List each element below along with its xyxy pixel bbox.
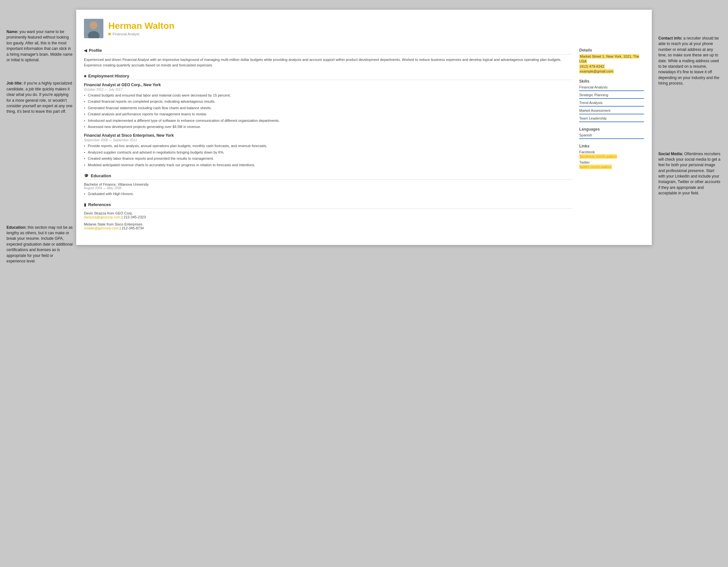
resume-card: Herman Walton Financial Analyst ◀ Profil… [76, 10, 652, 245]
contact-annotation: Contact info: a recruiter should be able… [658, 36, 722, 87]
candidate-title: Financial Analyst [108, 32, 644, 36]
name-annotation: Name: you want your name to be prominent… [6, 29, 73, 63]
ref-name-2: Melanie Slate from Sisco Enterprises [84, 222, 573, 226]
education-annotation-text: this section may not be as lengthy as ot… [6, 225, 73, 264]
ref-contact-2: mslate@geocorp.com | 212-345-8734 [84, 226, 573, 230]
reference-2: Melanie Slate from Sisco Enterprises msl… [84, 222, 573, 230]
bullet-1-4: Created analysis and perfomance reports … [84, 112, 573, 117]
skills-heading: Skills [579, 79, 644, 84]
job-entry-2: Financial Analyst at Sisco Enterprises, … [84, 133, 573, 168]
resume-main-column: ◀ Profile Experienced and driven Financi… [84, 48, 573, 236]
skills-section: Skills Financial Analysis Strategic Plan… [579, 79, 644, 122]
profile-heading: ◀ Profile [84, 48, 573, 54]
bullet-1-1: Created budgets and ensured that labor a… [84, 93, 573, 98]
title-dot-icon [108, 33, 111, 35]
job-bullets-2: Provide reports, ad-hoc analysis, annual… [84, 144, 573, 168]
references-section: ▮ References Devin Strazza from GEO Corp… [84, 202, 573, 230]
job-title-1: Financial Analyst at GEO Corp., New York [84, 83, 573, 87]
ref-email-1[interactable]: dsrazza@geocorp.com [84, 215, 121, 219]
education-icon: 🎓 [84, 173, 89, 178]
page-container: Name: you want your name to be prominent… [6, 10, 722, 557]
ref-contact-1: dsrazza@geocorp.com | 212-345-2323 [84, 215, 573, 219]
skill-4: Market Assessment [579, 109, 644, 114]
language-1: Spanish [579, 133, 644, 139]
name-annotation-text: you want your name to be prominently fea… [6, 30, 73, 62]
ref-email-2[interactable]: mslate@geocorp.com [84, 226, 119, 230]
references-heading: ▮ References [84, 202, 573, 209]
edu-bullets-1: Graduated with High Honors. [84, 192, 573, 196]
jobtitle-annotation-text: if you're a highly specialized candidate… [6, 81, 72, 114]
job-entry-1: Financial Analyst at GEO Corp., New York… [84, 83, 573, 129]
job-period-2: September 2008 — September 2012 [84, 138, 573, 142]
bullet-1-6: Assessed new development projects genera… [84, 124, 573, 129]
social-annotation-label: Social Media: [658, 152, 683, 156]
education-section: 🎓 Education Bachelor of Finance, Villano… [84, 173, 573, 196]
employment-icon: ■ [84, 74, 86, 78]
bullet-2-1: Provide reports, ad-hoc analysis, annual… [84, 144, 573, 148]
bullet-1-2: Created financial reports on completed p… [84, 99, 573, 104]
facebook-url[interactable]: facebook.com/h.walton [579, 154, 617, 159]
social-annotation: Social Media: Oftentimes recruiters will… [658, 151, 722, 196]
details-phone: (412) 479-6342 [579, 64, 644, 69]
svg-point-1 [90, 21, 98, 29]
twitter-url[interactable]: twitter.com/h.walton [579, 165, 612, 169]
languages-section: Languages Spanish [579, 127, 644, 139]
education-heading: 🎓 Education [84, 173, 573, 180]
ref-name-1: Devin Strazza from GEO Corp. [84, 211, 573, 215]
bullet-1-5: Introduced and implemented a different t… [84, 118, 573, 123]
resume-sidebar: Details Market Street 1, New York, 1021,… [579, 48, 644, 236]
details-address: Market Street 1, New York, 1021, The USA [579, 54, 644, 64]
profile-text: Experienced and driven Financial Analyst… [84, 57, 573, 68]
candidate-name: Herman Walton [108, 21, 644, 31]
employment-heading: ■ Employment History [84, 74, 573, 80]
jobtitle-annotation: Job title: if you're a highly specialize… [6, 81, 73, 114]
left-annotations: Name: you want your name to be prominent… [6, 10, 76, 274]
contact-annotation-label: Contact info: [658, 36, 682, 41]
bullet-1-3: Generated financial statements including… [84, 106, 573, 111]
social-annotation-text: Oftentimes recruiters will check your so… [658, 152, 720, 196]
link-label-2: Twitter [579, 160, 644, 164]
link-url-1: facebook.com/h.walton [579, 155, 644, 159]
languages-heading: Languages [579, 127, 644, 132]
details-section: Details Market Street 1, New York, 1021,… [579, 48, 644, 74]
reference-1: Devin Strazza from GEO Corp. dsrazza@geo… [84, 211, 573, 219]
profile-section: ◀ Profile Experienced and driven Financi… [84, 48, 573, 68]
skill-2: Strategic Planning [579, 93, 644, 99]
link-label-1: Facebook [579, 150, 644, 154]
jobtitle-annotation-label: Job title: [6, 81, 23, 86]
education-annotation: Education: this section may not be as le… [6, 225, 73, 265]
ref-phone-num-2: 212-345-8734 [122, 226, 144, 230]
avatar [84, 19, 103, 38]
header-info: Herman Walton Financial Analyst [108, 21, 644, 36]
resume-header: Herman Walton Financial Analyst [84, 19, 644, 41]
skill-1: Financial Analysis [579, 85, 644, 91]
links-heading: Links [579, 144, 644, 148]
edu-degree-1: Bachelor of Finance, Villanova Universit… [84, 183, 573, 186]
resume-body: ◀ Profile Experienced and driven Financi… [84, 48, 644, 236]
employment-section: ■ Employment History Financial Analyst a… [84, 74, 573, 168]
edu-period-1: August 2004 — May 2008 [84, 186, 573, 190]
bullet-2-3: Created weekly labor finance reports and… [84, 156, 573, 161]
contact-annotation-text: a recruiter should be able to reach you … [658, 36, 719, 86]
details-email: example@gmail.com [579, 69, 644, 74]
edu-bullet-1: Graduated with High Honors. [84, 192, 573, 196]
education-entry-1: Bachelor of Finance, Villanova Universit… [84, 183, 573, 196]
bullet-2-4: Modeled anticipated revenue charts to ac… [84, 163, 573, 168]
job-period-1: October 2012 — July 2017 [84, 88, 573, 91]
references-icon: ▮ [84, 203, 86, 207]
name-annotation-label: Name: [6, 30, 18, 34]
skill-5: Team Leadership [579, 116, 644, 122]
link-url-2: twitter.com/h.walton [579, 165, 644, 169]
ref-phone-num-1: 212-345-2323 [123, 215, 146, 219]
job-title-2: Financial Analyst at Sisco Enterprises, … [84, 133, 573, 138]
details-heading: Details [579, 48, 644, 53]
education-annotation-label: Education: [6, 225, 27, 230]
skill-3: Trend Analysis [579, 101, 644, 107]
links-section: Links Facebook facebook.com/h.walton Twi… [579, 144, 644, 169]
bullet-2-2: Analyzed supplier contracts and advised … [84, 150, 573, 155]
right-annotations: Contact info: a recruiter should be able… [652, 10, 722, 206]
profile-icon: ◀ [84, 48, 87, 53]
job-bullets-1: Created budgets and ensured that labor a… [84, 93, 573, 129]
